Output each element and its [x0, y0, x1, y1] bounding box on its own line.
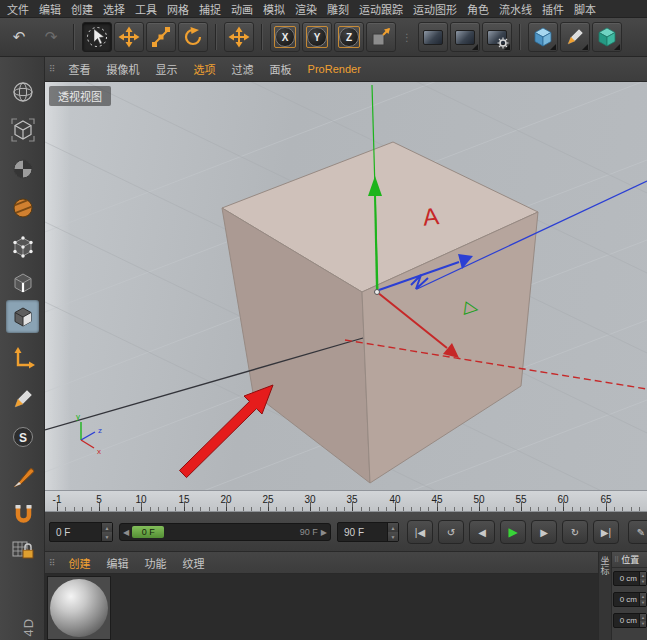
viewport-menu-cameras[interactable]: 摄像机 — [100, 59, 147, 79]
keyframe-edit-button[interactable]: ✎ — [628, 520, 647, 544]
stepper-down-icon[interactable]: ▼ — [640, 579, 646, 586]
material-manager-panel[interactable] — [45, 574, 598, 640]
end-frame-spinner[interactable]: 90 F ▲ ▼ — [337, 522, 399, 542]
menu-item-create[interactable]: 创建 — [66, 0, 98, 18]
model-mode-button[interactable] — [6, 113, 39, 146]
coordinate-system-button[interactable] — [366, 22, 396, 52]
lock-y-axis-button[interactable]: Y — [302, 22, 332, 52]
lock-x-axis-button[interactable]: X — [270, 22, 300, 52]
timeline-ruler[interactable]: -1 5 10 15 20 25 30 35 40 45 50 55 60 65 — [45, 490, 647, 512]
stepper-up-icon[interactable]: ▲ — [388, 523, 398, 532]
viewport-menu-panel[interactable]: 面板 — [263, 59, 299, 79]
material-menu-function[interactable]: 功能 — [137, 554, 175, 572]
magnet-snap-button[interactable] — [6, 498, 39, 531]
menu-item-snap[interactable]: 捕捉 — [194, 0, 226, 18]
menu-item-mesh[interactable]: 网格 — [162, 0, 194, 18]
go-to-end-button[interactable]: ▶| — [593, 520, 619, 544]
position-z-stepper[interactable]: ▲ ▼ — [639, 614, 646, 627]
redo-button[interactable]: ↷ — [36, 22, 66, 52]
end-frame-value[interactable]: 90 F — [338, 527, 387, 538]
stepper-up-icon[interactable]: ▲ — [102, 523, 112, 532]
viewport-canvas[interactable]: A ▷ y z x — [45, 82, 647, 490]
viewport-menu-prorender[interactable]: ProRender — [301, 61, 368, 77]
viewport-menu-display[interactable]: 显示 — [149, 59, 185, 79]
menu-item-animate[interactable]: 动画 — [226, 0, 258, 18]
end-frame-stepper[interactable]: ▲ ▼ — [387, 523, 398, 541]
position-z-value[interactable]: 0 cm — [614, 616, 639, 625]
menu-item-plugins[interactable]: 插件 — [537, 0, 569, 18]
stepper-down-icon[interactable]: ▼ — [640, 600, 646, 607]
position-x-stepper[interactable]: ▲ ▼ — [639, 572, 646, 585]
next-key-button[interactable]: ↻ — [562, 520, 588, 544]
play-forward-button[interactable]: ▶ — [500, 520, 526, 544]
viewport-label[interactable]: 透视视图 — [49, 86, 111, 106]
perspective-viewport[interactable]: 透视视图 — [45, 82, 647, 490]
pen-tool-sidebar-button[interactable] — [6, 382, 39, 415]
viewport-menu-options[interactable]: 选项 — [187, 59, 223, 79]
grip-icon[interactable]: ⠿ — [49, 64, 56, 74]
material-menu-create[interactable]: 创建 — [61, 554, 99, 572]
position-z-field[interactable]: 0 cm ▲ ▼ — [613, 613, 647, 628]
slider-right-arrow-icon[interactable]: ▶ — [321, 528, 327, 537]
enable-axis-button[interactable] — [6, 342, 39, 375]
spline-pen-button[interactable] — [560, 22, 590, 52]
menu-item-character[interactable]: 角色 — [462, 0, 494, 18]
menu-item-tools[interactable]: 工具 — [130, 0, 162, 18]
undo-button[interactable]: ↶ — [4, 22, 34, 52]
last-tool-button[interactable] — [224, 22, 254, 52]
coordinates-tab[interactable]: 坐标 — [599, 552, 612, 640]
menu-item-motion-tracker[interactable]: 运动跟踪 — [354, 0, 408, 18]
stepper-down-icon[interactable]: ▼ — [388, 532, 398, 541]
globe-mode-button[interactable] — [6, 75, 39, 108]
menu-item-render[interactable]: 渲染 — [290, 0, 322, 18]
previous-frame-button[interactable]: ◀ — [469, 520, 495, 544]
menu-item-select[interactable]: 选择 — [98, 0, 130, 18]
current-frame-value[interactable]: 0 F — [50, 527, 101, 538]
menu-item-edit[interactable]: 编辑 — [34, 0, 66, 18]
render-picture-viewer-button[interactable] — [450, 22, 480, 52]
next-frame-button[interactable]: ▶ — [531, 520, 557, 544]
menu-item-script[interactable]: 脚本 — [569, 0, 601, 18]
grip-icon[interactable]: ⠿ — [614, 556, 619, 564]
material-menu-edit[interactable]: 编辑 — [99, 554, 137, 572]
menu-item-sculpt[interactable]: 雕刻 — [322, 0, 354, 18]
primitive-cube-button[interactable] — [528, 22, 558, 52]
position-y-field[interactable]: 0 cm ▲ ▼ — [613, 592, 647, 607]
slider-left-arrow-icon[interactable]: ◀ — [123, 528, 129, 537]
scale-tool-button[interactable] — [146, 22, 176, 52]
viewport-menu-view[interactable]: 查看 — [62, 59, 98, 79]
snap-button[interactable]: S — [6, 420, 39, 453]
position-y-value[interactable]: 0 cm — [614, 595, 639, 604]
previous-key-button[interactable]: ↺ — [438, 520, 464, 544]
go-to-start-button[interactable]: |◀ — [407, 520, 433, 544]
polygons-mode-button[interactable] — [6, 300, 39, 333]
menu-item-pipeline[interactable]: 流水线 — [494, 0, 537, 18]
render-settings-button[interactable] — [482, 22, 512, 52]
timeline-slider[interactable]: ◀ 0 F 90 F ▶ — [119, 523, 331, 541]
stepper-down-icon[interactable]: ▼ — [640, 621, 646, 628]
move-tool-button[interactable] — [114, 22, 144, 52]
workplane-mode-button[interactable] — [6, 191, 39, 224]
grip-icon[interactable]: ⠿ — [49, 558, 56, 568]
stepper-down-icon[interactable]: ▼ — [102, 532, 112, 541]
position-y-stepper[interactable]: ▲ ▼ — [639, 593, 646, 606]
frame-stepper[interactable]: ▲ ▼ — [101, 523, 112, 541]
menu-item-simulate[interactable]: 模拟 — [258, 0, 290, 18]
render-view-button[interactable] — [418, 22, 448, 52]
rotate-tool-button[interactable] — [178, 22, 208, 52]
timeline-slider-handle[interactable]: 0 F — [132, 526, 164, 538]
extra-tool-button[interactable] — [592, 22, 622, 52]
paint-tool-button[interactable] — [6, 460, 39, 493]
lock-z-axis-button[interactable]: Z — [334, 22, 364, 52]
menu-item-file[interactable]: 文件 — [2, 0, 34, 18]
viewport-menu-filter[interactable]: 过滤 — [225, 59, 261, 79]
material-preview[interactable] — [47, 576, 111, 640]
position-x-value[interactable]: 0 cm — [614, 574, 639, 583]
position-x-field[interactable]: 0 cm ▲ ▼ — [613, 571, 647, 586]
selection-tool-button[interactable] — [82, 22, 112, 52]
texture-mode-button[interactable] — [6, 152, 39, 185]
material-menu-texture[interactable]: 纹理 — [175, 554, 213, 572]
current-frame-spinner[interactable]: 0 F ▲ ▼ — [49, 522, 113, 542]
menu-item-mograph[interactable]: 运动图形 — [408, 0, 462, 18]
points-mode-button[interactable] — [6, 230, 39, 263]
